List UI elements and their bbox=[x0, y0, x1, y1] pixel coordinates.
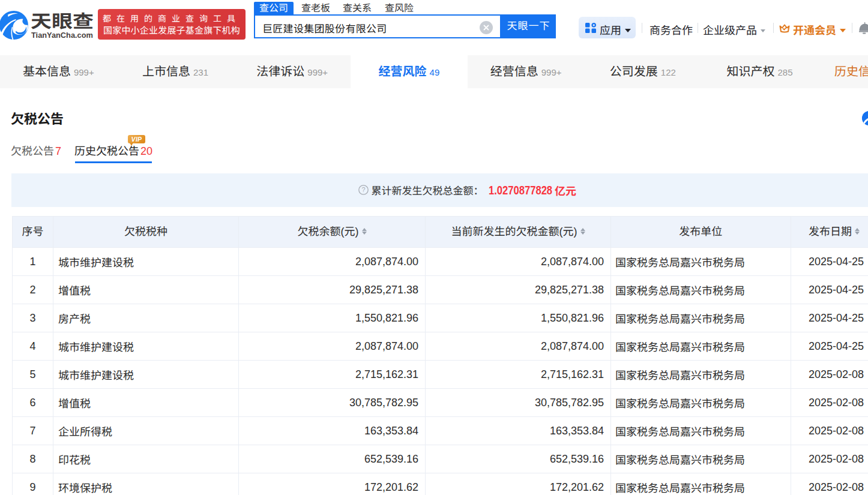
svg-text:?: ? bbox=[361, 186, 365, 193]
